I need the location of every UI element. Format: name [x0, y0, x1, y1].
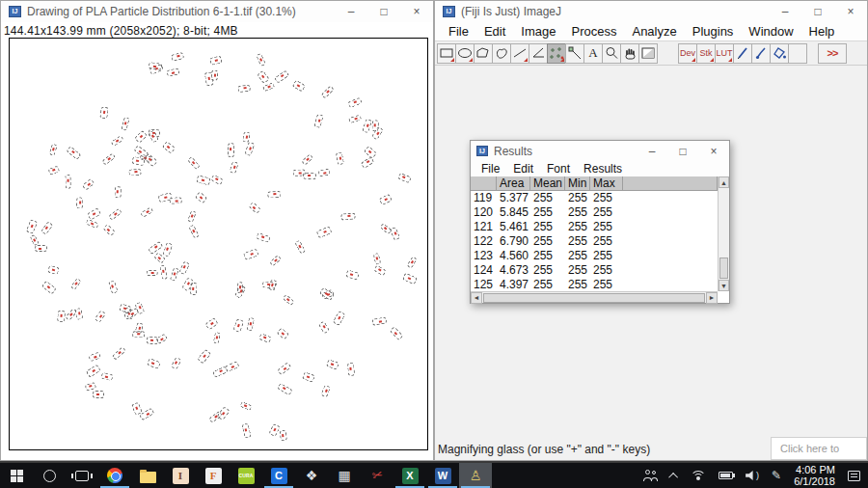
pen-icon[interactable]: ✎ [772, 469, 781, 482]
image-window-titlebar[interactable]: IJ Drawing of PLA Particle Distribution … [1, 1, 433, 22]
particle-outline [82, 178, 95, 191]
scroll-left-icon[interactable]: ◄ [471, 292, 482, 304]
taskbar-cura[interactable]: CURA [230, 463, 262, 488]
taskbar-fiji-active[interactable]: ♙ [459, 463, 492, 488]
zoom-tool[interactable] [602, 43, 621, 64]
taskbar-fiji[interactable]: F [197, 463, 230, 488]
header-row[interactable]: AreaMeanMinMax [471, 176, 718, 191]
particle-outline [86, 219, 100, 230]
imagej-titlebar[interactable]: IJ (Fiji Is Just) ImageJ – □ × [435, 1, 867, 22]
results-menu-results[interactable]: Results [577, 162, 629, 176]
menu-analyze[interactable]: Analyze [624, 24, 684, 39]
taskbar-solidworks[interactable]: ❖ [295, 463, 328, 488]
results-table[interactable]: AreaMeanMinMax 1195.3772552552551205.845… [471, 176, 718, 291]
minimize-button[interactable]: – [769, 1, 801, 22]
taskbar-word[interactable]: W [426, 463, 459, 488]
table-row[interactable]: 1226.790255255255 [471, 234, 718, 249]
table-row[interactable]: 1244.673255255255 [471, 263, 718, 278]
start-button[interactable] [0, 463, 33, 488]
maximize-button[interactable]: □ [667, 141, 698, 161]
more-tools-button[interactable]: >> [818, 43, 847, 64]
search-box[interactable]: Click here to search [771, 437, 867, 460]
close-button[interactable]: × [400, 1, 433, 22]
table-row[interactable]: 1234.560255255255 [471, 249, 718, 263]
cortana-button[interactable] [33, 463, 66, 488]
menu-file[interactable]: File [441, 24, 476, 39]
scroll-up-icon[interactable]: ▲ [719, 176, 729, 188]
menu-edit[interactable]: Edit [476, 24, 513, 39]
color-picker-tool[interactable] [638, 43, 658, 64]
taskbar-cura-new[interactable]: C [262, 463, 295, 488]
menu-plugins[interactable]: Plugins [685, 24, 742, 39]
rectangle-tool[interactable] [437, 43, 456, 64]
minimize-button[interactable]: – [335, 1, 367, 22]
cell [623, 263, 718, 278]
table-row[interactable]: 1195.377255255255 [471, 191, 718, 205]
pencil-tool[interactable] [733, 43, 752, 64]
results-table-rows: 1195.3772552552551205.8452552552551215.4… [471, 191, 718, 291]
wifi-icon[interactable] [691, 471, 706, 481]
results-menu-font[interactable]: Font [540, 162, 577, 176]
hand-tool[interactable] [620, 43, 639, 64]
cell: 255 [530, 234, 565, 249]
imagej-app-icon: IJ [9, 6, 21, 17]
oval-tool[interactable] [455, 43, 475, 64]
particle-outline [233, 318, 245, 333]
file-explorer-icon [140, 472, 156, 483]
flood-fill-tool[interactable] [770, 43, 789, 64]
table-row[interactable]: 1205.845255255255 [471, 205, 718, 220]
taskbar-excel[interactable]: X [393, 463, 426, 488]
battery-icon[interactable] [719, 472, 733, 479]
paintbrush-tool[interactable] [751, 43, 771, 64]
image-canvas[interactable] [9, 38, 428, 450]
cell: 255 [565, 191, 590, 205]
cell: Max [590, 176, 623, 190]
stack-tools-button[interactable]: Stk [696, 43, 716, 64]
menu-help[interactable]: Help [801, 24, 843, 39]
task-view-button[interactable] [66, 463, 98, 488]
taskbar-snipping-tool[interactable]: ✂ [361, 463, 393, 488]
table-row[interactable]: 1215.461255255255 [471, 220, 718, 234]
maximize-button[interactable]: □ [367, 1, 400, 22]
vertical-scroll-thumb[interactable] [719, 258, 728, 279]
angle-tool[interactable] [529, 43, 548, 64]
polygon-tool[interactable] [474, 43, 493, 64]
freehand-tool[interactable] [492, 43, 511, 64]
multi-point-tool[interactable] [547, 43, 566, 64]
menu-window[interactable]: Window [741, 24, 800, 39]
line-tool[interactable] [510, 43, 529, 64]
chevron-up-icon[interactable] [671, 473, 678, 479]
taskbar-clock[interactable]: 4:06 PM 6/1/2018 [794, 464, 835, 487]
minimize-button[interactable]: – [637, 141, 667, 161]
results-menu-edit[interactable]: Edit [506, 162, 540, 176]
dev-scripts-button[interactable]: Dev [678, 43, 697, 64]
menu-process[interactable]: Process [564, 24, 625, 39]
particle-outline [321, 385, 332, 397]
horizontal-scrollbar[interactable]: ◄ ► [471, 291, 718, 303]
vertical-scrollbar[interactable]: ▲ ▼ [718, 176, 729, 291]
results-titlebar[interactable]: IJ Results – □ × [471, 141, 729, 161]
taskbar-calculator[interactable]: ▦ [328, 463, 361, 488]
scroll-down-icon[interactable]: ▼ [719, 280, 729, 291]
results-menu-file[interactable]: File [475, 162, 506, 176]
taskbar-chrome[interactable] [98, 463, 131, 488]
taskbar-file-explorer[interactable] [131, 463, 164, 488]
maximize-button[interactable]: □ [801, 1, 834, 22]
imagej-icon: I [173, 468, 189, 484]
text-tool[interactable]: A [583, 43, 603, 64]
volume-icon[interactable]: ) [746, 471, 759, 480]
action-center-icon[interactable] [848, 471, 860, 481]
particle-outline [225, 361, 239, 371]
wand-tool[interactable] [565, 43, 584, 64]
taskbar-imagej[interactable]: I [164, 463, 197, 488]
menu-image[interactable]: Image [513, 24, 563, 39]
particle-outline [277, 327, 289, 339]
lut-button[interactable]: LUT [715, 43, 734, 64]
scroll-right-icon[interactable]: ► [706, 292, 718, 304]
horizontal-scroll-thumb[interactable] [483, 293, 705, 303]
table-row[interactable]: 1254.397255255255 [471, 278, 718, 291]
close-button[interactable]: × [834, 1, 867, 22]
people-icon[interactable] [642, 470, 659, 481]
empty-tool-slot[interactable] [788, 43, 807, 64]
close-button[interactable]: × [698, 141, 729, 161]
